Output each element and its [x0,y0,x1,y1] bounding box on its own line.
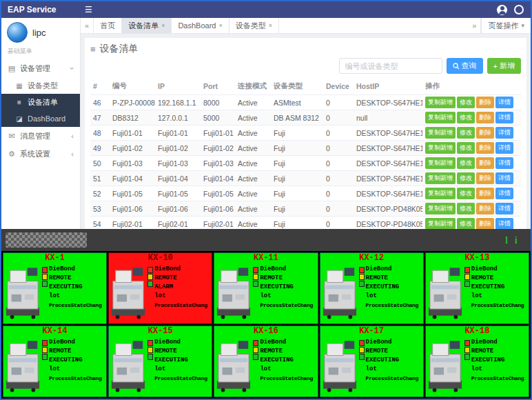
row-edit-button[interactable]: 修改 [457,218,475,229]
row-edit-button[interactable]: 修改 [457,188,475,199]
equipment-card[interactable]: KX-18 DieBond REMOTE EXECUTI [425,326,529,397]
close-icon[interactable]: × [161,22,165,29]
row-detail-button[interactable]: 详情 [495,112,513,123]
equipment-card[interactable]: KX-16 DieBond REMOTE EXECUTI [214,326,318,397]
row-edit-button[interactable]: 修改 [457,142,475,154]
row-detail-button[interactable]: 详情 [495,97,513,108]
row-copy-button[interactable]: 复制新增 [425,97,456,108]
close-icon[interactable]: × [269,22,272,29]
cell-index: 48 [90,126,110,141]
row-detail-button[interactable]: 详情 [495,203,513,214]
equipment-card[interactable]: KX-17 DieBond REMOTE EXECUTI [320,326,424,397]
signal-green [464,354,470,360]
card-status-lines: DieBond REMOTE EXECUTING lot ProcessStat… [49,337,105,395]
equipment-card[interactable]: KX-13 DieBond REMOTE EXECUTI [425,252,529,324]
tab-actions-dropdown[interactable]: 页签操作 ▾ [481,18,531,33]
table-row[interactable]: 50 Fuji01-03 Fuji01-03 Fuji01-03 Active … [90,156,521,171]
signal-yellow [42,347,48,353]
row-delete-button[interactable]: 删除 [476,112,494,123]
table-row[interactable]: 53 Fuji01-06 Fuji01-06 Fuji01-06 Active … [90,201,521,217]
sidebar-item-device-management[interactable]: ▤ 设备管理 › [1,59,80,77]
row-actions: 复制新增修改删除详情 [422,217,521,230]
sidebar-toggle-icon[interactable]: ☰ [79,5,98,14]
row-actions: 复制新增修改删除详情 [422,171,521,186]
card-title: KX-18 [426,326,529,337]
row-detail-button[interactable]: 详情 [495,188,513,199]
equipment-card[interactable]: KX-15 DieBond REMOTE EXECUTI [108,326,212,397]
equipment-card[interactable]: KX-1 DieBond REMOTE EXECUTIN [3,252,107,324]
monitor-titlebar-text: l i [505,234,526,246]
row-edit-button[interactable]: 修改 [457,127,475,139]
tab-device-type[interactable]: 设备类型 × [229,18,279,33]
row-delete-button[interactable]: 删除 [476,142,494,154]
tab-home[interactable]: 首页 [94,18,122,33]
user-avatar-icon[interactable] [497,5,507,15]
row-detail-button[interactable]: 详情 [495,157,513,169]
row-detail-button[interactable]: 详情 [495,218,513,229]
row-delete-button[interactable]: 删除 [476,127,494,139]
sidebar-item-device-type[interactable]: ▦ 设备类型 [1,77,80,94]
row-delete-button[interactable]: 删除 [476,97,494,108]
equipment-card[interactable]: KX-11 DieBond REMOTE EXECUTI [214,252,318,324]
card-status-lines: DieBond REMOTE EXECUTING lot ProcessStat… [49,263,105,322]
card-line-lot: lot [49,292,105,301]
row-edit-button[interactable]: 修改 [457,157,475,169]
cell-ip: Fuji01-05 [155,186,201,201]
search-button[interactable]: 查询 [447,58,483,74]
table-row[interactable]: 47 DB8312 127.0.0.1 5000 Active DB ASM 8… [90,110,521,126]
sidebar-item-message-management[interactable]: ✉ 消息管理 ‹ [1,127,80,145]
search-button-label: 查询 [462,61,477,71]
row-edit-button[interactable]: 修改 [457,112,475,123]
sidebar-item-system-settings[interactable]: ⚙ 系统设置 ‹ [1,145,80,163]
tab-device-list[interactable]: 设备清单 × [122,18,172,33]
row-delete-button[interactable]: 删除 [476,188,494,199]
tabs-scroll-right-button[interactable]: » [468,18,481,33]
power-icon[interactable] [514,5,524,14]
table-row[interactable]: 46 P-ZPJ-000080 192.168.1.1 8000 Active … [90,95,521,110]
card-status-lines: DieBond REMOTE ALARM lot ProcessStateCha… [154,263,210,322]
tabbar-spacer [279,18,468,33]
row-edit-button[interactable]: 修改 [457,97,475,108]
sidebar-item-device-list[interactable]: ≡ 设备清单 [1,94,80,110]
equipment-card[interactable]: KX-14 DieBond REMOTE EXECUTI [3,326,107,397]
table-row[interactable]: 52 Fuji01-05 Fuji01-05 Fuji01-05 Active … [90,186,521,201]
tabs-scroll-left-button[interactable]: « [81,18,94,33]
table-row[interactable]: 48 Fuji01-01 Fuji01-01 Fuji01-01 Active … [90,126,521,141]
row-detail-button[interactable]: 详情 [495,172,513,184]
row-copy-button[interactable]: 复制新增 [425,203,456,214]
cell-mode: Active [235,141,271,156]
table-row[interactable]: 49 Fuji01-02 Fuji01-02 Fuji01-02 Active … [90,141,521,156]
equipment-card[interactable]: KX-12 DieBond REMOTE EXECUTI [320,252,424,324]
row-copy-button[interactable]: 复制新增 [425,127,456,139]
row-delete-button[interactable]: 删除 [476,218,494,229]
cell-device: 0 [323,141,354,156]
row-copy-button[interactable]: 复制新增 [425,112,456,123]
row-delete-button[interactable]: 删除 [476,203,494,214]
cell-mode: Active [235,217,271,230]
card-line-event: ProcessStateChang [49,301,105,310]
row-edit-button[interactable]: 修改 [457,172,475,184]
tab-actions-label: 页签操作 [488,21,518,31]
row-delete-button[interactable]: 删除 [476,172,494,184]
row-detail-button[interactable]: 详情 [495,127,513,139]
tab-dashboard[interactable]: DashBoard × [172,18,229,33]
card-line-mode: REMOTE [49,347,105,356]
equipment-card[interactable]: KX-10 DieBond REMOTE ALARM [108,252,212,324]
signal-green [253,354,258,360]
row-copy-button[interactable]: 复制新增 [425,142,456,154]
search-input[interactable] [339,58,442,74]
page-title-text: 设备清单 [100,43,139,55]
sidebar-item-dashboard[interactable]: ◪ DashBoard [1,110,80,127]
close-icon[interactable]: × [218,22,222,29]
row-delete-button[interactable]: 删除 [476,157,494,169]
row-detail-button[interactable]: 详情 [495,142,513,154]
row-copy-button[interactable]: 复制新增 [425,157,456,169]
row-edit-button[interactable]: 修改 [457,203,475,214]
cell-index: 52 [90,186,110,201]
row-copy-button[interactable]: 复制新增 [425,172,456,184]
row-copy-button[interactable]: 复制新增 [425,188,456,199]
row-copy-button[interactable]: 复制新增 [425,218,456,229]
add-button[interactable]: + 新增 [487,58,521,74]
table-row[interactable]: 51 Fuji01-04 Fuji01-04 Fuji01-04 Active … [90,171,521,186]
table-row[interactable]: 54 Fuji02-01 Fuji02-01 Fuji02-01 Active … [90,217,521,230]
